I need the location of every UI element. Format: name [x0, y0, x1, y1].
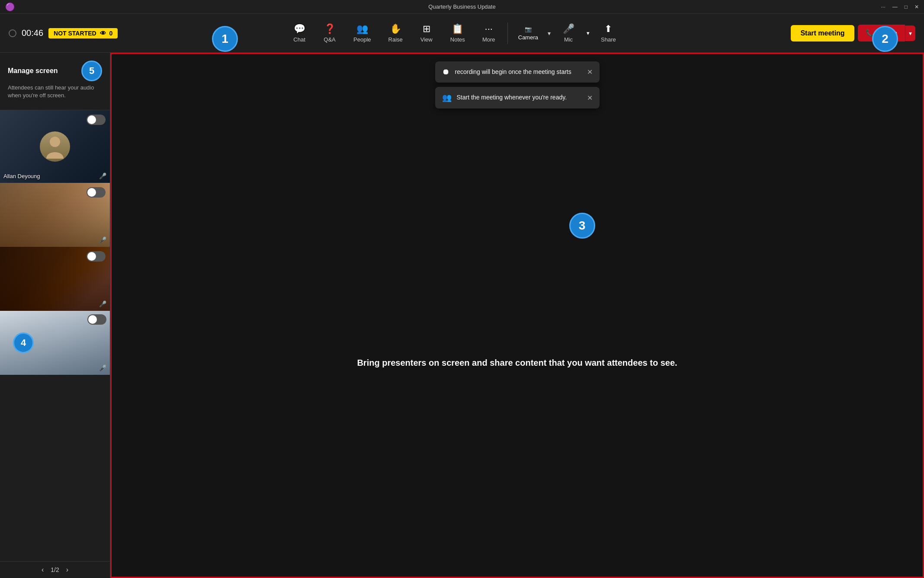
camera-icon: 📷 [525, 26, 532, 32]
meeting-status-badge: NOT STARTED 👁 0 [48, 28, 118, 38]
raise-label: Raise [388, 36, 403, 43]
start-meeting-button[interactable]: Start meeting [791, 25, 854, 42]
participant-card: 🎤 [0, 183, 110, 247]
mic-dropdown-button[interactable]: ▾ [584, 26, 592, 40]
main-toolbar: 00:46 NOT STARTED 👁 0 💬 Chat ❓ Q&A 👥 Peo… [0, 14, 924, 53]
stage-message-text: Bring presenters on screen and share con… [357, 358, 677, 368]
notification-card: ⏺ recording will begin once the meeting … [435, 61, 600, 83]
close-button[interactable]: ✕ [914, 4, 919, 10]
more-icon: ··· [485, 23, 493, 35]
participant-card: 🎤 4 [0, 311, 110, 375]
participant-mic-icon: 🎤 [99, 172, 106, 179]
camera-group: 📷 Camera ▾ [511, 22, 553, 44]
participant-mic-icon: 🎤 [99, 364, 106, 371]
manage-screen-title: Manage screen [8, 67, 58, 75]
recording-icon: ⏺ [442, 67, 450, 77]
participant-toggle[interactable] [87, 314, 106, 325]
avatar-image [40, 131, 70, 162]
chat-button[interactable]: 💬 Chat [284, 20, 314, 46]
meeting-timer: 00:46 [22, 28, 43, 38]
page-indicator: 1/2 [51, 566, 59, 573]
manage-screen-description: Attendees can still hear your audio when… [8, 84, 102, 99]
toolbar-center: 💬 Chat ❓ Q&A 👥 People ✋ Raise ⊞ View 📋 N… [118, 20, 791, 46]
manage-screen-header: Manage screen 5 [8, 61, 102, 81]
notification-content: 👥 Start the meeting whenever you're read… [442, 93, 582, 102]
logo-icon: 🟣 [5, 2, 15, 12]
prev-page-button[interactable]: ‹ [42, 566, 44, 574]
raise-button[interactable]: ✋ Raise [380, 20, 411, 46]
leave-dropdown-button[interactable]: ▾ [905, 26, 915, 41]
notes-button[interactable]: 📋 Notes [442, 20, 474, 46]
people-icon: 👥 [356, 23, 368, 35]
participant-toggle[interactable] [87, 187, 106, 198]
view-label: View [420, 36, 433, 43]
qa-icon: ❓ [324, 23, 336, 35]
people-button[interactable]: 👥 People [345, 20, 379, 46]
toolbar-left: 00:46 NOT STARTED 👁 0 [9, 28, 118, 38]
maximize-button[interactable]: □ [905, 4, 908, 10]
stage-border [110, 53, 924, 578]
status-indicator [9, 29, 16, 37]
notification-content: ⏺ recording will begin once the meeting … [442, 67, 582, 77]
notification-text: recording will begin once the meeting st… [455, 68, 571, 77]
mic-button[interactable]: 🎤 Mic [553, 20, 584, 46]
toolbar-divider [507, 22, 508, 44]
not-started-label: NOT STARTED [54, 30, 96, 37]
toggle-switch[interactable] [87, 314, 106, 325]
toggle-switch[interactable] [87, 115, 106, 125]
eye-icon: 👁 [100, 30, 106, 37]
chat-icon: 💬 [294, 23, 305, 35]
app-logo: 🟣 [5, 2, 15, 12]
share-button[interactable]: ⬆ Share [592, 20, 625, 46]
notification-text: Start the meeting whenever you're ready. [457, 93, 567, 102]
camera-dropdown-button[interactable]: ▾ [545, 22, 553, 44]
raise-icon: ✋ [390, 23, 401, 35]
notification-close-button[interactable]: ✕ [587, 68, 593, 76]
participant-card: 🎤 [0, 247, 110, 311]
more-label: More [482, 36, 495, 43]
participant-mic-icon: 🎤 [99, 300, 106, 307]
viewer-count: 0 [109, 30, 113, 37]
notification-card: 👥 Start the meeting whenever you're read… [435, 87, 600, 109]
toggle-switch[interactable] [87, 187, 106, 198]
participant-mic-icon: 🎤 [99, 236, 106, 243]
annotation-4-wrapper: 4 [13, 332, 34, 353]
participant-avatar [40, 131, 70, 162]
people-notif-icon: 👥 [442, 93, 452, 102]
participant-name: Allan Deyoung [3, 173, 40, 179]
window-title: Quarterly Business Update [428, 3, 495, 10]
notification-close-button[interactable]: ✕ [587, 94, 593, 102]
stage-empty-message: Bring presenters on screen and share con… [357, 358, 677, 368]
participant-toggle[interactable] [87, 115, 106, 125]
main-content: Manage screen 5 Attendees can still hear… [0, 53, 924, 578]
more-button[interactable]: ··· More [474, 20, 504, 46]
participant-toggle[interactable] [87, 251, 106, 262]
toggle-switch[interactable] [87, 251, 106, 262]
notes-label: Notes [450, 36, 465, 43]
pagination-controls: ‹ 1/2 › [0, 561, 110, 578]
mic-icon: 🎤 [563, 23, 574, 35]
leave-phone-icon: 📞 [866, 29, 874, 37]
camera-button[interactable]: 📷 Camera [511, 22, 545, 44]
svg-point-0 [50, 137, 60, 147]
view-button[interactable]: ⊞ View [411, 20, 442, 46]
leave-button-group: 📞 Leave ▾ [858, 25, 915, 42]
toolbar-right: Start meeting 📞 Leave ▾ [791, 25, 915, 42]
notes-icon: 📋 [452, 23, 463, 35]
titlebar: 🟣 Quarterly Business Update ··· — □ ✕ [0, 0, 924, 14]
share-label: Share [601, 36, 616, 43]
next-page-button[interactable]: › [66, 566, 68, 574]
more-options-button[interactable]: ··· [881, 4, 886, 10]
mic-label: Mic [564, 36, 573, 43]
qa-button[interactable]: ❓ Q&A [314, 20, 345, 46]
view-icon: ⊞ [423, 23, 430, 35]
minimize-button[interactable]: — [892, 4, 898, 10]
camera-label: Camera [518, 34, 538, 41]
manage-screen-panel: Manage screen 5 Attendees can still hear… [0, 53, 110, 110]
leave-button[interactable]: 📞 Leave [858, 25, 905, 42]
participant-card: Allan Deyoung 🎤 [0, 110, 110, 183]
window-controls: ··· — □ ✕ [881, 4, 919, 10]
notifications-area: ⏺ recording will begin once the meeting … [435, 61, 600, 109]
qa-label: Q&A [324, 36, 335, 43]
annotation-3: 3 [569, 213, 595, 239]
